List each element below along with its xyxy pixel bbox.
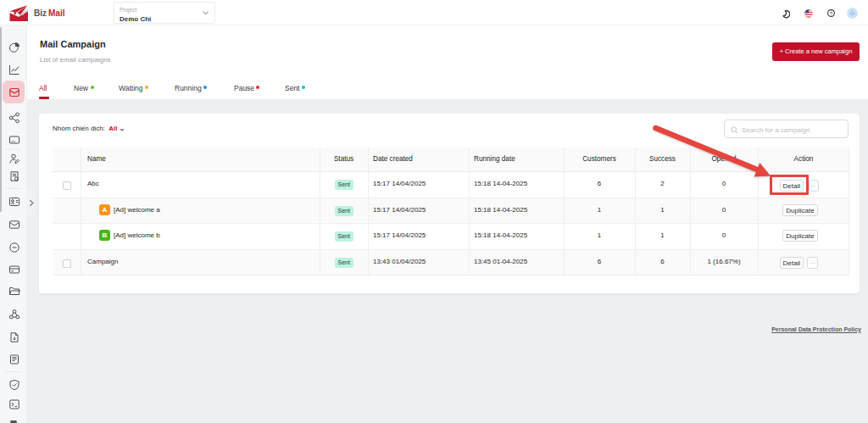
- svg-text:?: ?: [830, 11, 833, 16]
